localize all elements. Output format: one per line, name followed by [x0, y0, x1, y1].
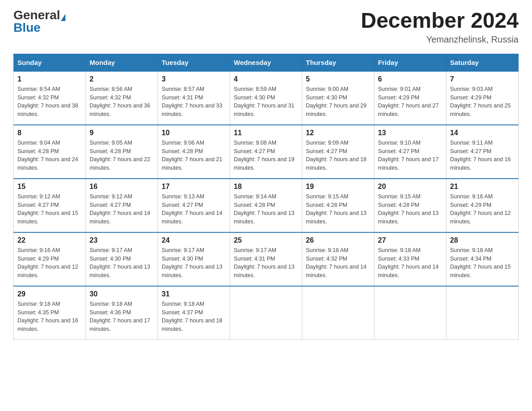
calendar-table: SundayMondayTuesdayWednesdayThursdayFrid…	[13, 54, 519, 340]
day-number: 18	[234, 183, 298, 191]
title-block: December 2024 Yemanzhelinsk, Russia	[361, 9, 519, 45]
calendar-cell: 16Sunrise: 9:12 AMSunset: 4:27 PMDayligh…	[86, 179, 158, 232]
day-info: Sunrise: 9:00 AMSunset: 4:30 PMDaylight:…	[306, 85, 370, 119]
calendar-cell: 14Sunrise: 9:11 AMSunset: 4:27 PMDayligh…	[446, 125, 519, 179]
calendar-cell: 25Sunrise: 9:17 AMSunset: 4:31 PMDayligh…	[230, 232, 302, 286]
day-info: Sunrise: 9:03 AMSunset: 4:29 PMDaylight:…	[450, 85, 515, 119]
day-info: Sunrise: 9:18 AMSunset: 4:35 PMDaylight:…	[17, 300, 82, 334]
day-number: 28	[450, 236, 515, 244]
day-number: 8	[17, 129, 82, 137]
logo-general: General	[13, 8, 60, 22]
day-info: Sunrise: 9:10 AMSunset: 4:27 PMDaylight:…	[378, 139, 442, 172]
calendar-header-row: SundayMondayTuesdayWednesdayThursdayFrid…	[14, 54, 519, 71]
day-info: Sunrise: 8:59 AMSunset: 4:30 PMDaylight:…	[234, 85, 298, 119]
day-number: 26	[306, 236, 370, 244]
header-day-monday: Monday	[86, 54, 158, 71]
day-info: Sunrise: 9:18 AMSunset: 4:34 PMDaylight:…	[450, 246, 515, 280]
calendar-cell	[302, 286, 374, 340]
calendar-cell: 5Sunrise: 9:00 AMSunset: 4:30 PMDaylight…	[302, 71, 374, 125]
calendar-cell: 3Sunrise: 8:57 AMSunset: 4:31 PMDaylight…	[158, 71, 230, 125]
header-day-sunday: Sunday	[14, 54, 86, 71]
header-day-tuesday: Tuesday	[158, 54, 230, 71]
day-info: Sunrise: 9:17 AMSunset: 4:30 PMDaylight:…	[162, 246, 226, 280]
day-number: 5	[306, 75, 370, 83]
week-row-5: 29Sunrise: 9:18 AMSunset: 4:35 PMDayligh…	[14, 286, 519, 340]
logo-blue: Blue	[13, 21, 41, 34]
day-number: 12	[306, 129, 370, 137]
calendar-cell: 24Sunrise: 9:17 AMSunset: 4:30 PMDayligh…	[158, 232, 230, 286]
day-info: Sunrise: 9:18 AMSunset: 4:37 PMDaylight:…	[162, 300, 226, 334]
day-info: Sunrise: 9:17 AMSunset: 4:30 PMDaylight:…	[90, 246, 154, 280]
day-info: Sunrise: 9:14 AMSunset: 4:28 PMDaylight:…	[234, 193, 298, 226]
day-number: 6	[378, 75, 442, 83]
calendar-cell: 22Sunrise: 9:16 AMSunset: 4:29 PMDayligh…	[14, 232, 86, 286]
day-info: Sunrise: 9:05 AMSunset: 4:28 PMDaylight:…	[90, 139, 154, 172]
calendar-cell	[230, 286, 302, 340]
month-title: December 2024	[361, 9, 519, 33]
day-info: Sunrise: 9:11 AMSunset: 4:27 PMDaylight:…	[450, 139, 515, 172]
calendar-cell: 1Sunrise: 8:54 AMSunset: 4:32 PMDaylight…	[14, 71, 86, 125]
logo: General Blue	[13, 9, 65, 34]
day-info: Sunrise: 9:18 AMSunset: 4:36 PMDaylight:…	[90, 300, 154, 334]
day-number: 27	[378, 236, 442, 244]
calendar-cell: 10Sunrise: 9:06 AMSunset: 4:28 PMDayligh…	[158, 125, 230, 179]
day-number: 25	[234, 236, 298, 244]
calendar-cell: 17Sunrise: 9:13 AMSunset: 4:27 PMDayligh…	[158, 179, 230, 232]
day-info: Sunrise: 9:09 AMSunset: 4:27 PMDaylight:…	[306, 139, 370, 172]
day-info: Sunrise: 8:54 AMSunset: 4:32 PMDaylight:…	[17, 85, 82, 119]
day-number: 9	[90, 129, 154, 137]
calendar-cell: 27Sunrise: 9:18 AMSunset: 4:33 PMDayligh…	[374, 232, 446, 286]
calendar-cell: 21Sunrise: 9:16 AMSunset: 4:29 PMDayligh…	[446, 179, 519, 232]
day-info: Sunrise: 8:56 AMSunset: 4:32 PMDaylight:…	[90, 85, 154, 119]
day-number: 10	[162, 129, 226, 137]
week-row-2: 8Sunrise: 9:04 AMSunset: 4:28 PMDaylight…	[14, 125, 519, 179]
day-info: Sunrise: 9:18 AMSunset: 4:33 PMDaylight:…	[378, 246, 442, 280]
day-info: Sunrise: 9:16 AMSunset: 4:29 PMDaylight:…	[450, 193, 515, 226]
calendar-cell: 8Sunrise: 9:04 AMSunset: 4:28 PMDaylight…	[14, 125, 86, 179]
day-number: 19	[306, 183, 370, 191]
day-info: Sunrise: 9:12 AMSunset: 4:27 PMDaylight:…	[90, 193, 154, 226]
calendar-cell: 12Sunrise: 9:09 AMSunset: 4:27 PMDayligh…	[302, 125, 374, 179]
day-number: 2	[90, 75, 154, 83]
day-number: 30	[90, 290, 154, 298]
day-number: 22	[17, 236, 82, 244]
day-number: 23	[90, 236, 154, 244]
day-number: 1	[17, 75, 82, 83]
day-info: Sunrise: 9:08 AMSunset: 4:27 PMDaylight:…	[234, 139, 298, 172]
calendar-cell	[374, 286, 446, 340]
calendar-cell: 18Sunrise: 9:14 AMSunset: 4:28 PMDayligh…	[230, 179, 302, 232]
calendar-cell: 26Sunrise: 9:18 AMSunset: 4:32 PMDayligh…	[302, 232, 374, 286]
calendar-cell: 4Sunrise: 8:59 AMSunset: 4:30 PMDaylight…	[230, 71, 302, 125]
week-row-1: 1Sunrise: 8:54 AMSunset: 4:32 PMDaylight…	[14, 71, 519, 125]
day-number: 16	[90, 183, 154, 191]
day-info: Sunrise: 9:17 AMSunset: 4:31 PMDaylight:…	[234, 246, 298, 280]
calendar-cell: 23Sunrise: 9:17 AMSunset: 4:30 PMDayligh…	[86, 232, 158, 286]
header-day-friday: Friday	[374, 54, 446, 71]
calendar-cell: 11Sunrise: 9:08 AMSunset: 4:27 PMDayligh…	[230, 125, 302, 179]
calendar-cell: 15Sunrise: 9:12 AMSunset: 4:27 PMDayligh…	[14, 179, 86, 232]
calendar-cell: 2Sunrise: 8:56 AMSunset: 4:32 PMDaylight…	[86, 71, 158, 125]
location-label: Yemanzhelinsk, Russia	[361, 34, 519, 45]
day-number: 31	[162, 290, 226, 298]
calendar-cell: 13Sunrise: 9:10 AMSunset: 4:27 PMDayligh…	[374, 125, 446, 179]
day-info: Sunrise: 9:15 AMSunset: 4:28 PMDaylight:…	[378, 193, 442, 226]
day-number: 21	[450, 183, 515, 191]
day-number: 24	[162, 236, 226, 244]
day-info: Sunrise: 9:12 AMSunset: 4:27 PMDaylight:…	[17, 193, 82, 226]
calendar-cell: 20Sunrise: 9:15 AMSunset: 4:28 PMDayligh…	[374, 179, 446, 232]
logo-triangle-icon	[61, 14, 65, 21]
calendar-body: 1Sunrise: 8:54 AMSunset: 4:32 PMDaylight…	[14, 71, 519, 340]
day-number: 17	[162, 183, 226, 191]
day-info: Sunrise: 9:04 AMSunset: 4:28 PMDaylight:…	[17, 139, 82, 172]
header-day-thursday: Thursday	[302, 54, 374, 71]
calendar-cell	[446, 286, 519, 340]
calendar-cell: 28Sunrise: 9:18 AMSunset: 4:34 PMDayligh…	[446, 232, 519, 286]
day-info: Sunrise: 9:18 AMSunset: 4:32 PMDaylight:…	[306, 246, 370, 280]
day-number: 3	[162, 75, 226, 83]
day-info: Sunrise: 9:06 AMSunset: 4:28 PMDaylight:…	[162, 139, 226, 172]
header-day-wednesday: Wednesday	[230, 54, 302, 71]
day-number: 14	[450, 129, 515, 137]
day-number: 20	[378, 183, 442, 191]
day-number: 13	[378, 129, 442, 137]
day-info: Sunrise: 9:01 AMSunset: 4:29 PMDaylight:…	[378, 85, 442, 119]
